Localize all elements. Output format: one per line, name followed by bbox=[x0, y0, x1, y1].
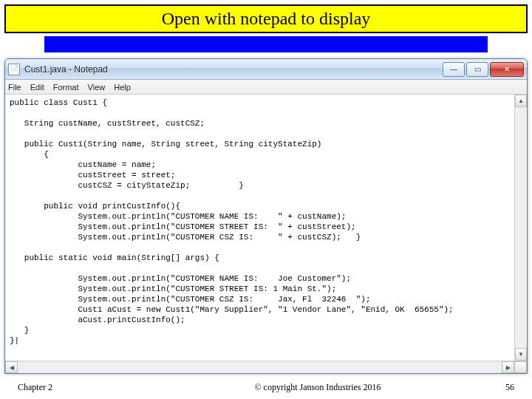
window-title: Cust1.java - Notepad bbox=[24, 64, 441, 75]
menu-format[interactable]: Format bbox=[53, 83, 79, 92]
window-controls: — ▭ ✕ bbox=[441, 62, 524, 77]
notepad-window: 📄 Cust1.java - Notepad — ▭ ✕ File Edit F… bbox=[4, 58, 528, 374]
footer-copyright: © copyright Janson Industries 2016 bbox=[166, 382, 470, 393]
text-editor[interactable]: public class Cust1 { String custName, cu… bbox=[5, 95, 514, 361]
footer-page-number: 56 bbox=[470, 382, 514, 393]
scroll-h-track[interactable] bbox=[18, 361, 502, 373]
horizontal-scrollbar[interactable]: ◀ ▶ bbox=[5, 361, 527, 373]
slide-banner: Open with notepad to display bbox=[4, 4, 528, 33]
footer-chapter: Chapter 2 bbox=[18, 382, 166, 393]
scroll-left-icon[interactable]: ◀ bbox=[5, 361, 18, 373]
blue-underline-strip bbox=[44, 36, 488, 52]
scroll-down-icon[interactable]: ▼ bbox=[515, 348, 527, 361]
scroll-up-icon[interactable]: ▲ bbox=[515, 95, 527, 107]
menu-view[interactable]: View bbox=[88, 83, 106, 92]
menubar: File Edit Format View Help bbox=[5, 80, 527, 95]
menu-file[interactable]: File bbox=[8, 83, 21, 92]
titlebar[interactable]: 📄 Cust1.java - Notepad — ▭ ✕ bbox=[5, 59, 527, 80]
scroll-right-icon[interactable]: ▶ bbox=[502, 361, 514, 373]
close-button[interactable]: ✕ bbox=[490, 62, 524, 77]
menu-edit[interactable]: Edit bbox=[30, 83, 44, 92]
slide-footer: Chapter 2 © copyright Janson Industries … bbox=[0, 382, 532, 393]
minimize-button[interactable]: — bbox=[443, 62, 465, 77]
maximize-button[interactable]: ▭ bbox=[466, 62, 488, 77]
resize-grip-icon[interactable] bbox=[514, 361, 527, 373]
menu-help[interactable]: Help bbox=[114, 83, 131, 92]
notepad-app-icon: 📄 bbox=[8, 64, 20, 75]
editor-area: public class Cust1 { String custName, cu… bbox=[5, 95, 527, 361]
vertical-scrollbar[interactable]: ▲ ▼ bbox=[514, 95, 527, 361]
